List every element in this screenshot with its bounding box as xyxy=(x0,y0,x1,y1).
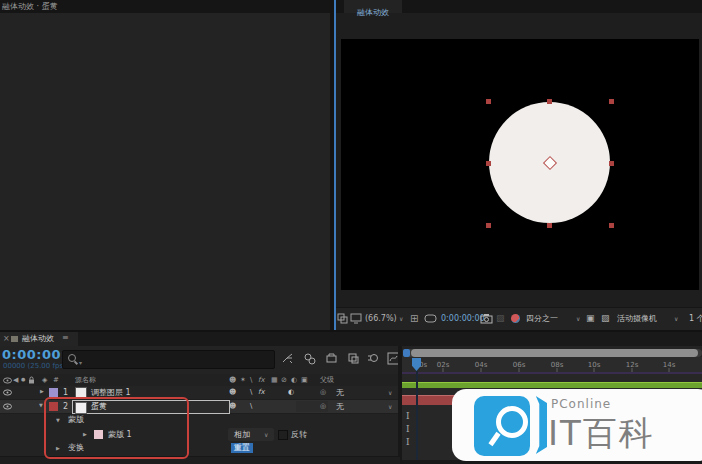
quality-column-icon[interactable]: \ xyxy=(250,377,252,384)
layer1-name[interactable]: 调整图层 1 xyxy=(91,389,131,397)
always-preview-icon[interactable] xyxy=(337,313,348,324)
motion-blur-icon[interactable] xyxy=(367,352,380,365)
selection-handle-mid-left[interactable] xyxy=(486,161,491,166)
eye-icon[interactable] xyxy=(3,389,12,396)
layer2-quality-switch[interactable]: \ xyxy=(250,403,252,410)
composition-mini-icon xyxy=(11,336,18,342)
frame-blending-icon[interactable] xyxy=(347,352,360,365)
selection-handle-top-left[interactable] xyxy=(486,99,491,104)
layer-panel xyxy=(0,0,330,330)
solo-icon[interactable]: ● xyxy=(21,377,25,382)
after-effects-window: 融体动效 · 蛋黄 融体动效 (66.7%) ∨ ⊞ 0:00:00:00 ▨ … xyxy=(0,0,702,464)
timeline-navigator-handle[interactable] xyxy=(411,349,698,357)
audio-icon[interactable]: ◀ xyxy=(13,377,18,384)
layer2-pickwhip-icon[interactable]: ◎ xyxy=(320,403,326,410)
source-name-column[interactable]: 源名称 xyxy=(75,377,96,384)
label-column-icon: ◈ xyxy=(42,377,47,384)
search-input[interactable] xyxy=(62,350,275,369)
view-layout-dropdown[interactable]: 1 个 xyxy=(689,315,702,323)
timeline-tab-label: 融体动效 xyxy=(22,335,54,343)
collapse-column-icon[interactable]: ✶ xyxy=(240,377,246,384)
layer-list-header xyxy=(0,374,398,386)
parent-column-label: 父级 xyxy=(320,377,334,384)
camera-view-dropdown[interactable]: 活动摄像机 xyxy=(617,315,657,323)
chevron-down-icon[interactable]: ∨ xyxy=(399,316,403,322)
selection-handle-top-right[interactable] xyxy=(609,99,614,104)
selection-handle-bottom-left[interactable] xyxy=(486,223,491,228)
chevron-down-icon[interactable]: ∨ xyxy=(388,404,392,410)
selection-handle-bottom-center[interactable] xyxy=(547,223,552,228)
layer1-quality-switch[interactable]: \ xyxy=(250,389,252,396)
channels-icon[interactable] xyxy=(511,314,520,323)
watermark-magnifier-icon xyxy=(496,406,528,438)
expand-arrow-icon[interactable]: ▶ xyxy=(40,389,44,394)
chevron-down-icon[interactable]: ∨ xyxy=(576,316,580,322)
region-of-interest-icon[interactable]: ▣ xyxy=(586,314,595,323)
transform-reset-button[interactable]: 重置 xyxy=(231,443,253,453)
layer1-shy-switch[interactable]: ☻ xyxy=(229,389,236,396)
viewer-timecode[interactable]: 0:00:00:00 xyxy=(441,315,485,323)
snapshot-camera-icon[interactable] xyxy=(480,313,493,324)
frame-blend-column-icon[interactable]: ▦ xyxy=(271,377,278,384)
fx-column-icon[interactable]: fx xyxy=(258,377,265,384)
layer1-parent-dropdown[interactable]: 无 xyxy=(336,389,344,397)
layer2-parent-dropdown[interactable]: 无 xyxy=(336,403,344,411)
selection-handle-top-center[interactable] xyxy=(547,99,552,104)
transparency-grid-icon[interactable]: ▨ xyxy=(601,314,610,323)
chevron-down-icon[interactable]: ∨ xyxy=(674,316,678,322)
layer-panel-tab[interactable]: 融体动效 · 蛋黄 xyxy=(2,3,58,11)
annotation-highlight-rect xyxy=(44,397,189,459)
mask-visibility-icon[interactable] xyxy=(424,313,437,324)
selection-handle-bottom-right[interactable] xyxy=(609,223,614,228)
property-ibeam: I xyxy=(406,412,410,421)
chevron-down-icon[interactable]: ∨ xyxy=(264,432,268,438)
timeline-tabbar xyxy=(0,332,702,346)
layer2-shy-switch[interactable]: ☻ xyxy=(229,403,236,410)
resolution-dropdown[interactable]: 四分之一 xyxy=(526,315,558,323)
close-icon[interactable]: × xyxy=(3,335,10,343)
timeline-navigator-start[interactable] xyxy=(403,349,410,357)
grid-guides-icon[interactable]: ⊞ xyxy=(410,314,418,324)
work-area-separator xyxy=(402,372,702,374)
eye-icon[interactable] xyxy=(3,377,12,384)
selection-handle-mid-right[interactable] xyxy=(609,161,614,166)
layer1-duration-bar[interactable] xyxy=(402,382,702,388)
property-ibeam: I xyxy=(406,438,410,447)
frames-info: 00000 (25.00 fps) xyxy=(3,362,66,370)
layer1-pickwhip-icon[interactable]: ◎ xyxy=(320,389,326,396)
lock-icon[interactable] xyxy=(28,376,35,384)
show-snapshot-icon[interactable]: ▨ xyxy=(496,314,505,323)
panel-menu-icon[interactable]: ≡ xyxy=(62,334,69,342)
layer1-index: 1 xyxy=(63,389,68,397)
active-panel-accent xyxy=(334,0,336,330)
eye-icon[interactable] xyxy=(3,403,12,410)
watermark-brand: PConline xyxy=(551,397,611,411)
layer1-adjustment-switch[interactable]: ◐ xyxy=(288,389,294,396)
search-caret-icon[interactable]: ▾ xyxy=(79,360,82,366)
hash-column-label: # xyxy=(53,377,59,384)
layer1-fx-switch[interactable]: fx xyxy=(258,389,265,396)
mini-flowchart-icon[interactable] xyxy=(281,352,294,365)
motion-blur-column-icon[interactable]: ⊘ xyxy=(281,377,287,384)
tab-composition-label: 融体动效 xyxy=(357,8,389,17)
layer1-label-color[interactable] xyxy=(49,388,58,397)
watermark-title: IT百科 xyxy=(548,411,655,457)
shy-column-icon[interactable]: ☻ xyxy=(229,377,236,384)
playhead-line[interactable] xyxy=(416,371,418,460)
draft-3d-icon[interactable] xyxy=(303,352,316,365)
mask-blend-mode-value: 相加 xyxy=(234,431,250,439)
collapse-arrow-icon[interactable]: ▼ xyxy=(39,403,43,408)
threed-column-icon[interactable]: ▣ xyxy=(301,377,308,384)
mask-invert-label: 反转 xyxy=(291,431,307,439)
monitor-icon[interactable] xyxy=(350,313,362,324)
tab-composition-active[interactable]: 融体动效 xyxy=(344,0,402,13)
shy-layers-icon[interactable] xyxy=(325,352,338,365)
chevron-down-icon[interactable]: ∨ xyxy=(388,390,392,396)
magnification-dropdown[interactable]: (66.7%) xyxy=(365,315,397,323)
adjustment-column-icon[interactable]: ◐ xyxy=(291,377,297,384)
mask-invert-checkbox[interactable] xyxy=(278,430,288,440)
property-ibeam: I xyxy=(406,425,410,434)
